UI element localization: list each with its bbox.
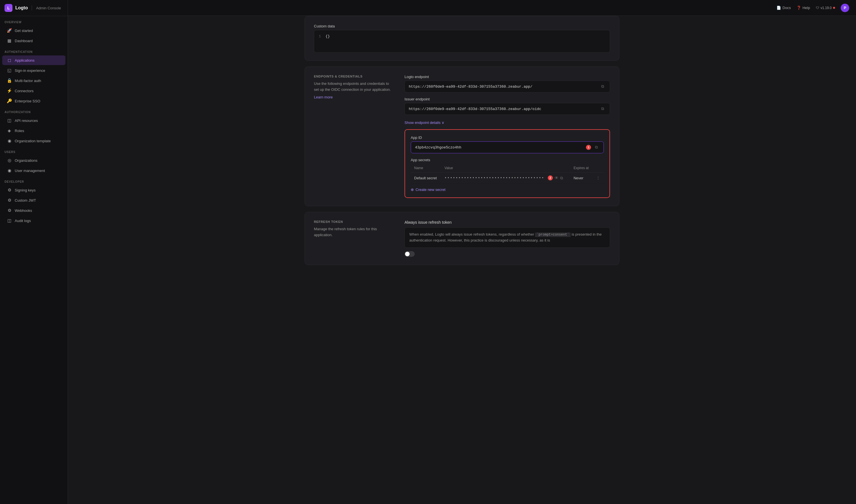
sidebar-item-enterprise-sso[interactable]: 🔑 Enterprise SSO bbox=[2, 96, 65, 106]
secret-name: Default secret bbox=[411, 173, 441, 183]
sidebar-item-label: Sign-in experience bbox=[15, 69, 45, 73]
sidebar-item-roles[interactable]: ◈ Roles bbox=[2, 126, 65, 136]
sidebar-item-label: Webhooks bbox=[15, 209, 32, 213]
secrets-table: Name Value Expires at Default s bbox=[411, 164, 604, 183]
sidebar-item-mfa[interactable]: 🔒 Multi-factor auth bbox=[2, 76, 65, 85]
authz-section-label: AUTHORIZATION bbox=[0, 106, 68, 115]
secret-expires: Never bbox=[570, 173, 593, 183]
refresh-token-card: REFRESH TOKEN Manage the refresh token r… bbox=[304, 212, 619, 265]
sidebar-item-webhooks[interactable]: ⚙ Webhooks bbox=[2, 205, 65, 215]
help-label: Help bbox=[803, 6, 810, 10]
issuer-endpoint-value: https://260f0de9-ea99-42df-833d-307155a3… bbox=[409, 107, 541, 111]
show-details-label: Show endpoint details bbox=[404, 121, 440, 125]
secrets-table-header: Name Value Expires at bbox=[411, 164, 604, 173]
app-secrets-section: App secrets Name Value Expires at bbox=[411, 158, 604, 192]
refresh-desc-text: Manage the refresh token rules for this … bbox=[314, 226, 393, 238]
sidebar-item-label: Organization template bbox=[15, 139, 51, 143]
sidebar-item-label: Signing keys bbox=[15, 188, 36, 192]
sidebar-item-sign-in[interactable]: ◱ Sign-in experience bbox=[2, 66, 65, 75]
sidebar-item-org-template[interactable]: ◉ Organization template bbox=[2, 136, 65, 146]
sidebar-item-get-started[interactable]: 🚀 Get started bbox=[2, 26, 65, 35]
dashboard-icon: ▦ bbox=[7, 38, 12, 43]
endpoints-card: ENDPOINTS & CREDENTIALS Use the followin… bbox=[304, 67, 619, 206]
api-resources-icon: ◫ bbox=[7, 118, 12, 123]
show-endpoint-details-button[interactable]: Show endpoint details ∨ bbox=[404, 121, 610, 125]
endpoints-desc-text: Use the following endpoints and credenti… bbox=[314, 81, 393, 93]
org-template-icon: ◉ bbox=[7, 138, 12, 143]
applications-icon: ◻ bbox=[7, 58, 12, 63]
secret-value: •••••••••••••••••••••••••••••••••••• bbox=[444, 176, 544, 180]
learn-more-link[interactable]: Learn more bbox=[314, 95, 393, 99]
secret-menu-button[interactable]: ⋮ bbox=[596, 176, 600, 180]
copy-issuer-endpoint-button[interactable]: ⧉ bbox=[599, 106, 606, 112]
always-issue-desc-text: When enabled, Logto will always issue re… bbox=[409, 232, 601, 242]
version-text: v1.19.0 bbox=[821, 6, 832, 10]
avatar[interactable]: P bbox=[841, 4, 849, 12]
sidebar-item-user-management[interactable]: ◉ User management bbox=[2, 166, 65, 175]
sidebar-item-organizations[interactable]: ◎ Organizations bbox=[2, 156, 65, 165]
copy-secret-button[interactable]: ⧉ bbox=[560, 176, 563, 180]
create-new-secret-button[interactable]: ⊕ Create new secret bbox=[411, 187, 604, 192]
docs-button[interactable]: 📄 Docs bbox=[776, 6, 791, 10]
copy-app-id-button[interactable]: ⧉ bbox=[593, 145, 599, 150]
code-snippet: `prompt=consent` bbox=[535, 233, 571, 237]
help-button[interactable]: ❓ Help bbox=[797, 6, 810, 10]
header-divider bbox=[32, 5, 32, 11]
secret-value-cell: •••••••••••••••••••••••••••••••••••• 2 👁… bbox=[441, 173, 570, 183]
sidebar-item-label: Enterprise SSO bbox=[15, 99, 40, 103]
help-icon: ❓ bbox=[797, 6, 801, 10]
sidebar-item-custom-jwt[interactable]: ⚙ Custom JWT bbox=[2, 195, 65, 205]
app-id-input: 43pb4zcvq3hgoe5czo4hh 1 ⧉ bbox=[411, 141, 604, 153]
users-section-label: USERS bbox=[0, 146, 68, 155]
logo-icon: L bbox=[4, 4, 13, 12]
signing-keys-icon: ⚙ bbox=[7, 187, 12, 193]
logo-text: Logto bbox=[15, 5, 28, 11]
sidebar-item-connectors[interactable]: ⚡ Connectors bbox=[2, 86, 65, 95]
app-id-value: 43pb4zcvq3hgoe5czo4hh bbox=[415, 145, 461, 150]
toggle-row bbox=[404, 251, 610, 257]
reveal-secret-button[interactable]: 👁 bbox=[555, 176, 559, 180]
sidebar-item-label: Roles bbox=[15, 129, 24, 133]
sidebar-item-api-resources[interactable]: ◫ API resources bbox=[2, 116, 65, 125]
dev-section-label: DEVELOPER bbox=[0, 176, 68, 185]
refresh-section-title: REFRESH TOKEN bbox=[314, 220, 393, 223]
sidebar-item-label: Organizations bbox=[15, 158, 37, 163]
endpoints-layout: ENDPOINTS & CREDENTIALS Use the followin… bbox=[314, 75, 610, 198]
sidebar-item-label: Audit logs bbox=[15, 219, 31, 223]
update-dot bbox=[833, 7, 835, 9]
refresh-layout: REFRESH TOKEN Manage the refresh token r… bbox=[314, 220, 610, 257]
always-issue-title: Always issue refresh token bbox=[404, 220, 610, 224]
secrets-badge: 2 bbox=[548, 175, 553, 180]
endpoints-fields: Logto endpoint https://260f0de9-ea99-42d… bbox=[404, 75, 610, 198]
app-id-label: App ID bbox=[411, 136, 604, 140]
custom-data-card: Custom data 1 {} bbox=[304, 16, 619, 61]
code-editor[interactable]: 1 {} bbox=[314, 30, 610, 53]
always-issue-toggle[interactable] bbox=[404, 251, 415, 257]
connectors-icon: ⚡ bbox=[7, 88, 12, 93]
sidebar-item-applications[interactable]: ◻ Applications bbox=[2, 55, 65, 65]
sidebar-item-audit-logs[interactable]: ◫ Audit logs bbox=[2, 216, 65, 226]
enterprise-sso-icon: 🔑 bbox=[7, 98, 12, 104]
webhooks-icon: ⚙ bbox=[7, 208, 12, 213]
code-content: {} bbox=[326, 34, 330, 48]
credentials-box: App ID 43pb4zcvq3hgoe5czo4hh 1 ⧉ bbox=[404, 129, 610, 198]
mfa-icon: 🔒 bbox=[7, 78, 12, 83]
issuer-endpoint-label: Issuer endpoint bbox=[404, 97, 610, 101]
sidebar-item-signing-keys[interactable]: ⚙ Signing keys bbox=[2, 185, 65, 195]
version-badge: 🛡 v1.19.0 bbox=[816, 6, 835, 10]
roles-icon: ◈ bbox=[7, 128, 12, 133]
col-value: Value bbox=[441, 164, 570, 173]
app-id-badge: 1 bbox=[586, 145, 591, 150]
refresh-fields: Always issue refresh token When enabled,… bbox=[404, 220, 610, 257]
create-secret-label: Create new secret bbox=[416, 187, 446, 192]
sidebar-header: L Logto Admin Console bbox=[0, 0, 68, 16]
sidebar-item-label: Custom JWT bbox=[15, 198, 36, 202]
console-label: Admin Console bbox=[36, 6, 61, 10]
col-actions bbox=[593, 164, 604, 173]
sidebar-item-label: Applications bbox=[15, 58, 35, 62]
col-expires: Expires at bbox=[570, 164, 593, 173]
copy-logto-endpoint-button[interactable]: ⧉ bbox=[599, 84, 606, 89]
sidebar-item-dashboard[interactable]: ▦ Dashboard bbox=[2, 36, 65, 46]
user-management-icon: ◉ bbox=[7, 168, 12, 173]
sign-in-icon: ◱ bbox=[7, 68, 12, 73]
